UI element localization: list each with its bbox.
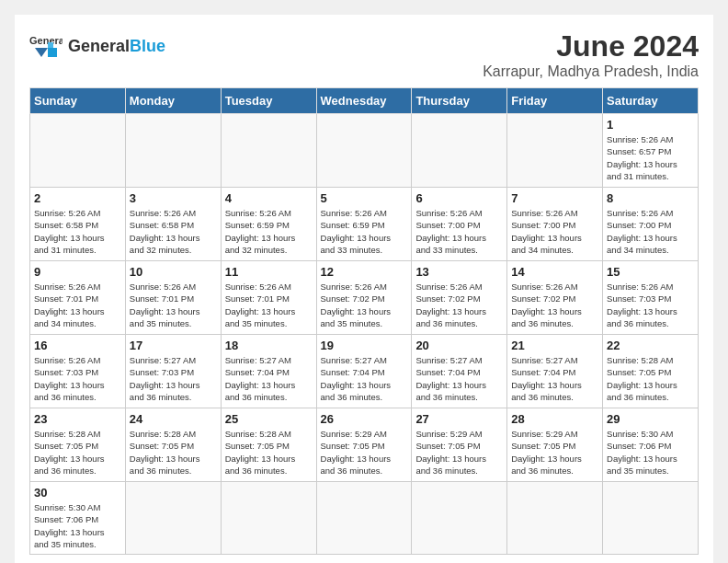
svg-rect-3 [48,42,53,48]
calendar-table: SundayMondayTuesdayWednesdayThursdayFrid… [29,87,699,555]
day-number: 24 [130,412,217,426]
weekday-header-tuesday: Tuesday [221,88,316,114]
day-number: 4 [225,191,313,205]
day-number: 11 [225,265,313,279]
calendar-cell [221,482,316,555]
svg-rect-2 [48,48,57,57]
calendar-cell: 27Sunrise: 5:29 AMSunset: 7:05 PMDayligh… [412,408,507,482]
day-info: Sunrise: 5:26 AMSunset: 7:02 PMDaylight:… [321,281,408,329]
day-info: Sunrise: 5:26 AMSunset: 7:03 PMDaylight:… [34,354,121,403]
calendar-cell [412,482,507,555]
calendar-cell: 18Sunrise: 5:27 AMSunset: 7:04 PMDayligh… [221,335,316,408]
calendar-cell: 24Sunrise: 5:28 AMSunset: 7:05 PMDayligh… [125,408,221,482]
day-info: Sunrise: 5:26 AMSunset: 7:02 PMDaylight:… [415,281,503,329]
calendar-cell [412,114,507,188]
calendar-cell: 29Sunrise: 5:30 AMSunset: 7:06 PMDayligh… [603,408,699,482]
subtitle: Karrapur, Madhya Pradesh, India [483,63,699,80]
day-number: 13 [415,265,503,279]
calendar-cell [507,114,603,188]
day-info: Sunrise: 5:27 AMSunset: 7:04 PMDaylight:… [511,354,598,403]
calendar-cell: 6Sunrise: 5:26 AMSunset: 7:00 PMDaylight… [412,188,507,261]
day-info: Sunrise: 5:29 AMSunset: 7:05 PMDaylight:… [415,428,503,477]
calendar-cell: 26Sunrise: 5:29 AMSunset: 7:05 PMDayligh… [316,408,412,482]
title-block: June 2024 Karrapur, Madhya Pradesh, Indi… [483,29,699,80]
calendar-cell: 8Sunrise: 5:26 AMSunset: 7:00 PMDaylight… [603,188,699,261]
calendar-cell: 2Sunrise: 5:26 AMSunset: 6:58 PMDaylight… [30,188,126,261]
weekday-header-thursday: Thursday [412,88,507,114]
day-info: Sunrise: 5:26 AMSunset: 6:59 PMDaylight:… [225,207,313,256]
day-info: Sunrise: 5:26 AMSunset: 7:01 PMDaylight:… [225,281,313,329]
svg-text:General: General [29,35,63,46]
day-info: Sunrise: 5:27 AMSunset: 7:04 PMDaylight:… [321,354,408,403]
calendar-cell: 22Sunrise: 5:28 AMSunset: 7:05 PMDayligh… [603,335,699,408]
day-info: Sunrise: 5:28 AMSunset: 7:05 PMDaylight:… [225,428,313,477]
calendar-body: 1Sunrise: 5:26 AMSunset: 6:57 PMDaylight… [30,114,699,555]
day-number: 22 [607,339,694,352]
day-number: 21 [511,339,598,352]
calendar-week-2: 2Sunrise: 5:26 AMSunset: 6:58 PMDaylight… [30,188,699,261]
calendar-cell: 14Sunrise: 5:26 AMSunset: 7:02 PMDayligh… [507,261,603,335]
calendar-cell [30,114,126,188]
day-number: 25 [225,412,313,426]
calendar-cell [125,482,221,555]
calendar-cell: 4Sunrise: 5:26 AMSunset: 6:59 PMDaylight… [221,188,316,261]
calendar-cell [603,482,699,555]
calendar-cell: 16Sunrise: 5:26 AMSunset: 7:03 PMDayligh… [30,335,126,408]
calendar-cell: 1Sunrise: 5:26 AMSunset: 6:57 PMDaylight… [603,114,699,188]
day-number: 20 [415,339,503,352]
calendar-week-5: 23Sunrise: 5:28 AMSunset: 7:05 PMDayligh… [30,408,699,482]
day-number: 2 [34,191,121,205]
day-info: Sunrise: 5:26 AMSunset: 7:01 PMDaylight:… [34,281,121,329]
day-number: 17 [130,339,217,352]
calendar-cell: 30Sunrise: 5:30 AMSunset: 7:06 PMDayligh… [30,482,126,555]
day-number: 23 [34,412,121,426]
calendar-cell: 7Sunrise: 5:26 AMSunset: 7:00 PMDaylight… [507,188,603,261]
weekday-header-row: SundayMondayTuesdayWednesdayThursdayFrid… [30,88,699,114]
day-number: 10 [130,265,217,279]
logo-text: GeneralBlue [68,37,165,56]
day-info: Sunrise: 5:26 AMSunset: 7:01 PMDaylight:… [130,281,217,329]
day-number: 5 [321,191,408,205]
day-info: Sunrise: 5:26 AMSunset: 7:00 PMDaylight:… [511,207,598,256]
calendar-cell: 9Sunrise: 5:26 AMSunset: 7:01 PMDaylight… [30,261,126,335]
day-info: Sunrise: 5:26 AMSunset: 6:57 PMDaylight:… [607,133,694,182]
day-number: 18 [225,339,313,352]
general-blue-logo-icon: General [29,29,63,63]
logo-text-bold: Blue [130,37,165,55]
day-number: 19 [321,339,408,352]
calendar-cell: 11Sunrise: 5:26 AMSunset: 7:01 PMDayligh… [221,261,316,335]
calendar-cell: 17Sunrise: 5:27 AMSunset: 7:03 PMDayligh… [125,335,221,408]
calendar-cell: 28Sunrise: 5:29 AMSunset: 7:05 PMDayligh… [507,408,603,482]
calendar-cell: 10Sunrise: 5:26 AMSunset: 7:01 PMDayligh… [125,261,221,335]
day-info: Sunrise: 5:27 AMSunset: 7:04 PMDaylight:… [415,354,503,403]
day-info: Sunrise: 5:26 AMSunset: 7:00 PMDaylight:… [415,207,503,256]
day-number: 7 [511,191,598,205]
calendar-page: General GeneralBlue June 2024 Karrapur, … [15,15,713,563]
calendar-cell [507,482,603,555]
calendar-cell: 12Sunrise: 5:26 AMSunset: 7:02 PMDayligh… [316,261,412,335]
day-number: 16 [34,339,121,352]
day-number: 30 [34,486,121,500]
calendar-cell [221,114,316,188]
day-info: Sunrise: 5:26 AMSunset: 7:02 PMDaylight:… [511,281,598,329]
logo-text-normal: General [68,37,130,55]
day-info: Sunrise: 5:27 AMSunset: 7:04 PMDaylight:… [225,354,313,403]
day-number: 9 [34,265,121,279]
header: General GeneralBlue June 2024 Karrapur, … [29,29,699,80]
calendar-week-6: 30Sunrise: 5:30 AMSunset: 7:06 PMDayligh… [30,482,699,555]
svg-marker-1 [35,48,48,57]
calendar-cell: 3Sunrise: 5:26 AMSunset: 6:58 PMDaylight… [125,188,221,261]
day-info: Sunrise: 5:26 AMSunset: 6:58 PMDaylight:… [130,207,217,256]
calendar-cell: 19Sunrise: 5:27 AMSunset: 7:04 PMDayligh… [316,335,412,408]
calendar-cell [125,114,221,188]
day-info: Sunrise: 5:30 AMSunset: 7:06 PMDaylight:… [607,428,694,477]
day-info: Sunrise: 5:30 AMSunset: 7:06 PMDaylight:… [34,501,121,550]
day-number: 3 [130,191,217,205]
calendar-cell: 13Sunrise: 5:26 AMSunset: 7:02 PMDayligh… [412,261,507,335]
day-number: 27 [415,412,503,426]
day-number: 6 [415,191,503,205]
calendar-week-4: 16Sunrise: 5:26 AMSunset: 7:03 PMDayligh… [30,335,699,408]
calendar-cell: 21Sunrise: 5:27 AMSunset: 7:04 PMDayligh… [507,335,603,408]
day-number: 1 [607,118,694,132]
logo: General GeneralBlue [29,29,165,63]
